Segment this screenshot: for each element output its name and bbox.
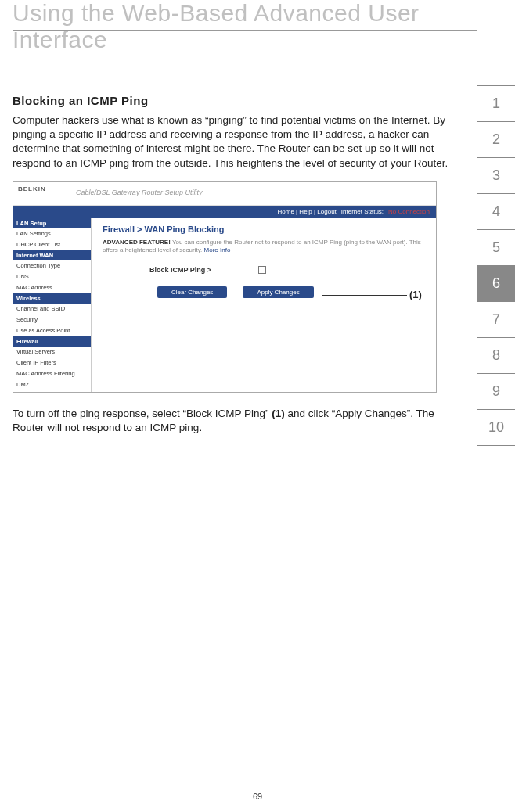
tab-1[interactable]: 1 [477, 85, 515, 122]
followup-prefix: To turn off the ping response, select “B… [13, 408, 272, 419]
section-tabs: 1 2 3 4 5 6 7 8 9 10 [477, 86, 515, 446]
router-ui-screenshot: BELKIN Cable/DSL Gateway Router Setup Ut… [13, 181, 437, 393]
section-heading: Blocking an ICMP Ping [13, 94, 451, 107]
tab-5[interactable]: 5 [477, 229, 515, 266]
tab-6[interactable]: 6 [477, 265, 515, 302]
side-item[interactable]: Connection Type [13, 260, 91, 271]
block-ping-label: Block ICMP Ping > [149, 266, 211, 274]
side-item[interactable]: Security [13, 314, 91, 325]
side-item[interactable]: LAN Settings [13, 228, 91, 239]
side-item[interactable]: Virtual Servers [13, 347, 91, 357]
side-item[interactable]: DMZ [13, 379, 91, 390]
breadcrumb: Firewall > WAN Ping Blocking [103, 225, 425, 234]
more-info-link[interactable]: More Info [204, 246, 231, 253]
followup-paragraph: To turn off the ping response, select “B… [13, 407, 451, 435]
side-head-wan: Internet WAN [13, 250, 91, 260]
ss-titlebar: BELKIN Cable/DSL Gateway Router Setup Ut… [13, 182, 436, 206]
side-item[interactable]: DHCP Client List [13, 239, 91, 250]
side-item[interactable]: MAC Address [13, 282, 91, 293]
side-item[interactable]: DNS [13, 271, 91, 282]
belkin-logo: BELKIN [18, 185, 46, 192]
ss-sidebar: LAN Setup LAN Settings DHCP Client List … [13, 218, 92, 392]
tab-7[interactable]: 7 [477, 301, 515, 338]
advanced-feature-text: ADVANCED FEATURE! You can configure the … [103, 239, 425, 255]
tab-8[interactable]: 8 [477, 337, 515, 374]
page-number: 69 [253, 792, 262, 801]
button-row: Clear Changes Apply Changes [157, 286, 425, 298]
clear-changes-button[interactable]: Clear Changes [157, 286, 227, 298]
tab-9[interactable]: 9 [477, 373, 515, 410]
followup-bold: (1) [272, 408, 285, 419]
callout-1: (1) [409, 289, 422, 300]
status-value: No Connection [388, 208, 430, 215]
side-item[interactable]: MAC Address Filtering [13, 368, 91, 379]
ss-topbar: Home | Help | Logout Internet Status: No… [13, 206, 436, 218]
block-ping-row: Block ICMP Ping > [149, 266, 425, 274]
callout-line [322, 295, 407, 296]
side-head-wireless: Wireless [13, 293, 91, 304]
adv-label: ADVANCED FEATURE! [103, 239, 171, 246]
section-paragraph: Computer hackers use what is known as “p… [13, 113, 451, 171]
side-item-active[interactable]: WAN Ping Blocking [13, 390, 91, 393]
side-item[interactable]: Channel and SSID [13, 304, 91, 314]
side-item[interactable]: Use as Access Point [13, 325, 91, 336]
side-item[interactable]: Client IP Filters [13, 357, 91, 368]
side-head-firewall: Firewall [13, 336, 91, 347]
content-area: Blocking an ICMP Ping Computer hackers u… [13, 94, 451, 446]
title-rule [13, 30, 477, 31]
utility-title: Cable/DSL Gateway Router Setup Utility [76, 189, 202, 196]
tab-4[interactable]: 4 [477, 193, 515, 230]
ss-main: Firewall > WAN Ping Blocking ADVANCED FE… [92, 218, 436, 392]
page-title: Using the Web-Based Advanced User Interf… [13, 0, 515, 53]
apply-changes-button[interactable]: Apply Changes [243, 286, 313, 298]
block-ping-checkbox[interactable] [258, 266, 266, 274]
status-label: Internet Status: [341, 208, 384, 215]
tab-10[interactable]: 10 [477, 409, 515, 446]
tab-2[interactable]: 2 [477, 121, 515, 158]
topbar-links[interactable]: Home | Help | Logout [278, 208, 337, 215]
side-head-lan: LAN Setup [13, 218, 91, 228]
tab-3[interactable]: 3 [477, 157, 515, 194]
